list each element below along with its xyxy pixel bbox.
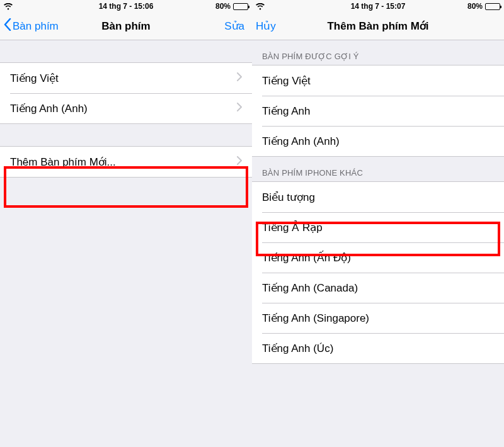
cancel-label: Hủy (256, 20, 276, 33)
battery-indicator: 80% (215, 2, 248, 11)
add-keyboard-label: Thêm Bàn phím Mới... (10, 156, 237, 169)
list-item[interactable]: Tiếng Ả Rập (252, 212, 504, 242)
content: Tiếng Việt Tiếng Anh (Anh) Thêm Bàn phím… (0, 40, 252, 447)
status-time: 14 thg 7 - 15:06 (0, 2, 252, 11)
status-bar: 14 thg 7 - 15:06 80% (0, 0, 252, 13)
keyboard-label: Tiếng Anh (Anh) (262, 135, 494, 148)
edit-label: Sửa (224, 20, 244, 33)
wifi-icon (4, 3, 13, 10)
add-keyboard-group: Thêm Bàn phím Mới... (0, 146, 252, 178)
edit-button[interactable]: Sửa (224, 13, 244, 40)
section-header-suggested: BÀN PHÍM ĐƯỢC GỢI Ý (252, 40, 504, 65)
wifi-icon (256, 3, 265, 10)
keyboard-label: Tiếng Việt (262, 74, 494, 88)
keyboard-label: Tiếng Anh (Anh) (10, 102, 237, 115)
battery-percent: 80% (467, 2, 483, 11)
list-item-emoji[interactable]: Biểu tượng (252, 182, 504, 212)
content: BÀN PHÍM ĐƯỢC GỢI Ý Tiếng Việt Tiếng Anh… (252, 40, 504, 447)
suggested-keyboard-list: Tiếng Việt Tiếng Anh Tiếng Anh (Anh) (252, 65, 504, 157)
nav-bar: Bàn phím Bàn phím Sửa (0, 13, 252, 40)
list-item[interactable]: Tiếng Anh (Singapore) (252, 303, 504, 333)
section-header-other: BÀN PHÍM IPHONE KHÁC (252, 157, 504, 181)
screen-left: 14 thg 7 - 15:06 80% Bàn phím Bàn phím S… (0, 0, 252, 447)
page-title: Thêm Bàn phím Mới (327, 20, 428, 33)
keyboard-list: Tiếng Việt Tiếng Anh (Anh) (0, 62, 252, 124)
keyboard-label: Biểu tượng (262, 191, 494, 204)
nav-bar: Hủy Thêm Bàn phím Mới (252, 13, 504, 40)
list-item[interactable]: Tiếng Anh (Ấn Độ) (252, 242, 504, 273)
keyboard-label: Tiếng Anh (Úc) (262, 342, 494, 355)
other-keyboard-list: Biểu tượng Tiếng Ả Rập Tiếng Anh (Ấn Độ)… (252, 181, 504, 364)
keyboard-label: Tiếng Việt (10, 72, 237, 85)
keyboard-row[interactable]: Tiếng Việt (0, 63, 252, 93)
list-item[interactable]: Tiếng Anh (Canada) (252, 273, 504, 303)
keyboard-label: Tiếng Anh (Singapore) (262, 312, 494, 325)
keyboard-label: Tiếng Anh (Canada) (262, 281, 494, 295)
chevron-right-icon (237, 156, 242, 168)
list-item[interactable]: Tiếng Anh (Úc) (252, 333, 504, 363)
status-time: 14 thg 7 - 15:07 (252, 2, 504, 11)
battery-percent: 80% (215, 2, 231, 11)
screen-right: 14 thg 7 - 15:07 80% Hủy Thêm Bàn phím M… (252, 0, 504, 447)
keyboard-label: Tiếng Ả Rập (262, 221, 494, 234)
list-item[interactable]: Tiếng Việt (252, 65, 504, 96)
chevron-right-icon (237, 72, 242, 84)
status-bar: 14 thg 7 - 15:07 80% (252, 0, 504, 13)
chevron-left-icon (4, 18, 11, 34)
list-item[interactable]: Tiếng Anh (252, 96, 504, 126)
keyboard-row[interactable]: Tiếng Anh (Anh) (0, 93, 252, 123)
add-keyboard-row[interactable]: Thêm Bàn phím Mới... (0, 147, 252, 177)
back-button[interactable]: Bàn phím (4, 13, 59, 40)
back-label: Bàn phím (13, 20, 59, 33)
list-item[interactable]: Tiếng Anh (Anh) (252, 126, 504, 156)
chevron-right-icon (237, 102, 242, 115)
keyboard-label: Tiếng Anh (Ấn Độ) (262, 251, 494, 264)
keyboard-label: Tiếng Anh (262, 105, 494, 118)
page-title: Bàn phím (101, 20, 150, 33)
cancel-button[interactable]: Hủy (256, 13, 276, 40)
battery-indicator: 80% (467, 2, 500, 11)
